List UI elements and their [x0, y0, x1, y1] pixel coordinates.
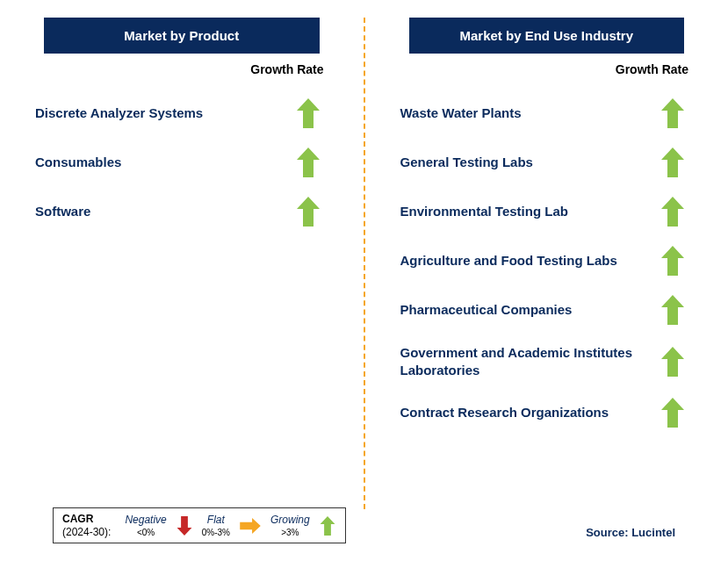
item-label: Agriculture and Food Testing Labs	[400, 252, 617, 270]
item-label: Consumables	[35, 154, 121, 171]
list-item: Pharmaceutical Companies	[400, 295, 694, 325]
list-item: General Testing Labs	[400, 147, 694, 177]
legend-flat: Flat 0%-3%	[202, 514, 230, 537]
arrow-up-icon	[661, 147, 684, 177]
legend-negative: Negative <0%	[125, 514, 166, 537]
growth-rate-label: Growth Rate	[35, 62, 328, 76]
item-label: Government and Academic Institutes Labor…	[400, 344, 646, 378]
item-label: Contract Research Organizations	[400, 404, 609, 421]
list-item: Discrete Analyzer Systems	[35, 98, 328, 128]
left-header: Market by Product	[44, 18, 320, 54]
legend-growing: Growing >3%	[270, 514, 310, 537]
arrow-up-icon	[661, 398, 684, 428]
item-label: Software	[35, 203, 90, 220]
growth-rate-label: Growth Rate	[400, 62, 694, 76]
arrow-up-icon	[661, 295, 684, 325]
item-label: Pharmaceutical Companies	[400, 301, 573, 319]
right-header: Market by End Use Industry	[409, 18, 685, 54]
arrow-up-icon	[661, 246, 684, 276]
item-label: Environmental Testing Lab	[400, 203, 568, 220]
list-item: Agriculture and Food Testing Labs	[400, 246, 694, 276]
list-item: Contract Research Organizations	[400, 398, 694, 428]
arrow-up-icon	[661, 98, 684, 128]
arrow-up-icon	[297, 147, 320, 177]
legend: CAGR (2024-30): Negative <0% Flat 0%-3% …	[53, 507, 346, 543]
list-item: Consumables	[35, 147, 328, 177]
arrow-down-icon	[176, 516, 193, 536]
arrow-up-icon	[661, 197, 684, 227]
list-item: Government and Academic Institutes Labor…	[400, 344, 694, 378]
arrow-up-icon	[661, 347, 684, 377]
legend-cagr: CAGR (2024-30):	[62, 513, 111, 538]
left-column: Market by Product Growth Rate Discrete A…	[0, 18, 364, 492]
item-label: Waste Water Plants	[400, 104, 522, 122]
left-list: Discrete Analyzer SystemsConsumablesSoft…	[35, 98, 328, 227]
list-item: Software	[35, 197, 328, 227]
list-item: Environmental Testing Lab	[400, 197, 694, 227]
arrow-up-icon	[297, 197, 320, 227]
right-column: Market by End Use Industry Growth Rate W…	[365, 18, 729, 492]
item-label: General Testing Labs	[400, 154, 533, 171]
arrow-up-icon	[319, 516, 336, 536]
arrow-right-icon	[239, 518, 262, 534]
arrow-up-icon	[297, 98, 320, 128]
list-item: Waste Water Plants	[400, 98, 694, 128]
right-list: Waste Water PlantsGeneral Testing LabsEn…	[400, 98, 694, 428]
source-label: Source: Lucintel	[586, 526, 675, 539]
item-label: Discrete Analyzer Systems	[35, 104, 203, 122]
